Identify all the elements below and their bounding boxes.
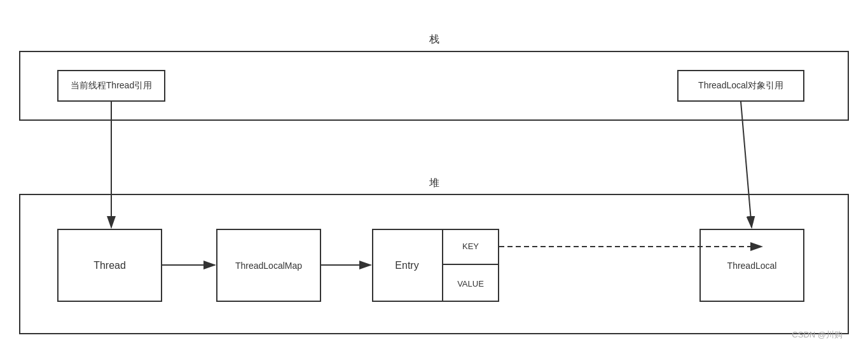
- stack-ref-left: 当前线程Thread引用: [57, 70, 165, 102]
- threadlocalmap-box: ThreadLocalMap: [216, 229, 321, 302]
- entry-label: Entry: [372, 229, 442, 302]
- entry-key: KEY: [442, 229, 499, 265]
- thread-box: Thread: [57, 229, 162, 302]
- entry-value: VALUE: [442, 265, 499, 302]
- heap-label: 堆: [429, 177, 439, 190]
- watermark: CSDN @川购: [792, 329, 843, 341]
- stack-label: 栈: [429, 33, 439, 46]
- threadlocal-box: ThreadLocal: [699, 229, 804, 302]
- diagram-container: 栈 当前线程Thread引用 ThreadLocal对象引用 堆 Thread …: [0, 0, 868, 347]
- stack-ref-right: ThreadLocal对象引用: [677, 70, 804, 102]
